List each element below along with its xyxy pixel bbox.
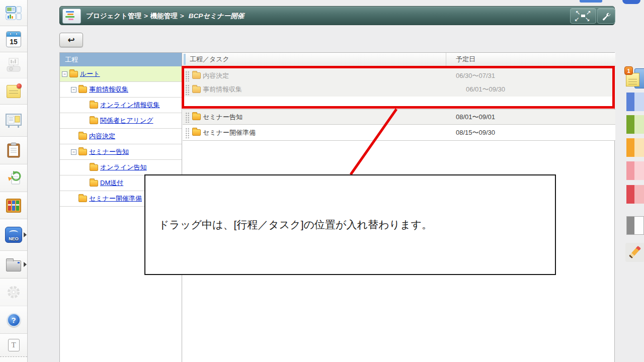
back-button[interactable]: ↩ <box>59 33 83 47</box>
annotation-highlight-rect <box>182 66 615 109</box>
sidebar-item-library[interactable] <box>0 192 27 219</box>
tree-item-label[interactable]: オンライン情報収集 <box>100 101 160 110</box>
folder-icon <box>192 114 201 120</box>
task-name: セミナー告知 <box>203 113 243 122</box>
wrench-icon <box>601 11 611 21</box>
tree-item-label[interactable]: ルート <box>80 69 100 78</box>
dashboard-icon <box>6 6 22 20</box>
tree-item-label[interactable]: セミナー開催準備 <box>89 194 142 203</box>
browser-fragment <box>580 0 602 3</box>
sidebar-item-clipboard[interactable] <box>0 137 27 164</box>
folder-icon <box>78 196 87 202</box>
folder-icon <box>78 86 87 93</box>
tree-item-label[interactable]: 事前情報収集 <box>89 85 128 94</box>
task-date: 08/15〜09/30 <box>456 128 495 137</box>
sidebar-item-memo[interactable] <box>0 78 27 105</box>
sidebar-item-dashboard[interactable] <box>0 0 27 26</box>
breadcrumb-item: 機能管理 <box>150 12 178 20</box>
sidebar-divider <box>0 356 27 357</box>
projector-icon <box>5 58 22 73</box>
clipboard-icon <box>7 142 21 158</box>
annotation-pointer-line <box>347 107 400 177</box>
browser-fragment <box>622 0 640 4</box>
calendar-icon: 15 <box>6 31 21 47</box>
breadcrumb-item: プロジェクト管理 <box>86 12 141 20</box>
task-name: セミナー開催準備 <box>203 128 256 137</box>
sidebar-item-workflow[interactable] <box>0 164 27 192</box>
sidebar-item-bulletin-board[interactable] <box>0 105 27 137</box>
column-divider <box>446 53 446 66</box>
binders-icon <box>6 199 21 213</box>
folder-icon <box>78 149 87 155</box>
sticky-note-icon <box>626 73 639 86</box>
tree-item-label[interactable]: 関係者ヒアリング <box>100 116 153 125</box>
sidebar-item-calendar[interactable]: 15 <box>0 26 27 52</box>
folder-icon <box>6 260 21 272</box>
drag-handle-icon[interactable] <box>185 127 189 138</box>
tree-item[interactable]: オンライン告知 <box>60 160 182 175</box>
back-icon: ↩ <box>67 35 74 45</box>
collapse-toggle-icon[interactable]: − <box>71 149 76 155</box>
tree-header: 工程 <box>60 53 182 66</box>
gear-icon <box>6 285 21 300</box>
callout-text: ドラッグ中は、[行程／タスク]の位置が入れ替わります。 <box>158 218 432 232</box>
tree-item[interactable]: オンライン情報収集 <box>60 98 182 113</box>
column-header-date: 予定日 <box>456 53 475 66</box>
tree-item[interactable]: 関係者ヒアリング <box>60 113 182 129</box>
gantt-app-icon[interactable] <box>62 9 81 24</box>
breadcrumb: プロジェクト管理>機能管理>BCPセミナー開催 <box>86 7 244 25</box>
bulletin-board-icon <box>5 113 22 128</box>
collapse-toggle-icon[interactable]: − <box>71 87 76 93</box>
sidebar-item-help[interactable]: ? <box>0 306 27 334</box>
folder-icon <box>78 133 87 140</box>
side-tab-blue[interactable] <box>626 93 644 111</box>
settings-wrench-button[interactable] <box>597 8 615 24</box>
notification-note-icon[interactable]: 1 <box>626 68 644 90</box>
breadcrumb-separator: > <box>180 12 184 20</box>
side-tab-pink[interactable] <box>626 161 644 180</box>
folder-icon <box>192 129 201 136</box>
folder-icon <box>90 118 98 124</box>
tree-item-root[interactable]: − ルート <box>60 66 182 82</box>
edit-pencil-button[interactable] <box>625 243 644 262</box>
neo-icon: NEO <box>5 227 22 243</box>
tree-item[interactable]: 内容決定 <box>60 129 182 144</box>
column-header-task: 工程／タスク <box>190 53 229 66</box>
annotation-callout: ドラッグ中は、[行程／タスク]の位置が入れ替わります。 <box>144 174 556 275</box>
collapse-toggle-icon[interactable]: − <box>62 71 67 77</box>
breadcrumb-current: BCPセミナー開催 <box>189 12 244 20</box>
side-tab-green[interactable] <box>626 115 644 134</box>
app-header-bar: プロジェクト管理>機能管理>BCPセミナー開催 ↖ ↗ ↙ ↘ <box>59 6 615 25</box>
tree-item-label[interactable]: DM送付 <box>100 178 123 188</box>
fullscreen-button[interactable]: ↖ ↗ ↙ ↘ <box>570 8 596 24</box>
help-icon: ? <box>7 313 21 327</box>
task-date: 08/01〜09/01 <box>456 113 495 122</box>
tree-item-label[interactable]: 内容決定 <box>89 132 115 141</box>
folder-icon <box>90 102 98 109</box>
sidebar-item-neo[interactable]: NEO <box>0 219 27 251</box>
app-window: 15 <box>0 0 644 362</box>
side-tab-orange[interactable] <box>626 138 644 157</box>
notification-badge: 1 <box>624 66 633 75</box>
submenu-arrow-icon <box>24 232 27 237</box>
app-launcher-sidebar: 15 <box>0 0 28 362</box>
text-tool-icon: T <box>8 339 20 351</box>
sidebar-item-files[interactable] <box>0 251 27 279</box>
drag-handle-icon[interactable] <box>185 112 189 123</box>
submenu-arrow-icon <box>24 262 27 267</box>
folder-icon <box>69 71 78 77</box>
table-header-row: 工程／タスク 予定日 <box>183 53 615 66</box>
tree-item-label[interactable]: セミナー告知 <box>89 147 129 156</box>
sticky-note-icon <box>7 85 21 98</box>
folder-icon <box>90 180 98 187</box>
sidebar-item-settings <box>0 279 27 306</box>
folder-icon <box>90 164 98 171</box>
tree-item[interactable]: − 事前情報収集 <box>60 82 182 98</box>
side-tab-gray[interactable] <box>626 216 644 235</box>
document-sync-icon <box>6 170 22 186</box>
side-tab-red[interactable] <box>626 185 644 204</box>
tree-item-label[interactable]: オンライン告知 <box>100 163 147 172</box>
breadcrumb-separator: > <box>144 12 148 20</box>
sidebar-item-text-tool[interactable]: T <box>0 334 27 356</box>
tree-item[interactable]: − セミナー告知 <box>60 144 182 160</box>
